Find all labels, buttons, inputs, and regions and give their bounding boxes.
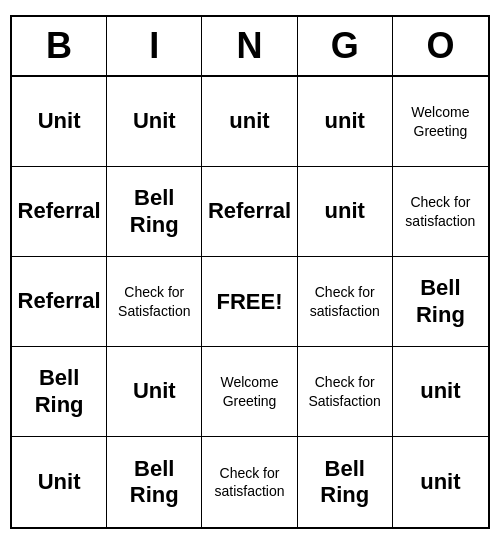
cell-text: Bell Ring <box>111 185 197 238</box>
bingo-cell: Check for satisfaction <box>393 167 488 257</box>
header-letter: O <box>393 17 488 75</box>
cell-text: unit <box>325 108 365 134</box>
cell-text: Unit <box>38 108 81 134</box>
cell-text: FREE! <box>216 289 282 315</box>
cell-text: Bell Ring <box>397 275 484 328</box>
bingo-cell: Check for satisfaction <box>202 437 297 527</box>
cell-text: Referral <box>208 198 291 224</box>
cell-text: Unit <box>133 378 176 404</box>
cell-text: Bell Ring <box>111 456 197 509</box>
bingo-cell: Bell Ring <box>12 347 107 437</box>
bingo-cell: unit <box>298 77 393 167</box>
cell-text: unit <box>229 108 269 134</box>
cell-text: unit <box>325 198 365 224</box>
cell-text: Referral <box>18 198 101 224</box>
bingo-cell: unit <box>393 437 488 527</box>
bingo-cell: FREE! <box>202 257 297 347</box>
bingo-cell: Unit <box>107 77 202 167</box>
cell-text: Welcome Greeting <box>397 103 484 139</box>
cell-text: Check for satisfaction <box>302 283 388 319</box>
bingo-cell: Referral <box>202 167 297 257</box>
cell-text: Check for satisfaction <box>206 464 292 500</box>
cell-text: Welcome Greeting <box>206 373 292 409</box>
bingo-cell: Welcome Greeting <box>202 347 297 437</box>
cell-text: unit <box>420 378 460 404</box>
bingo-cell: Check for Satisfaction <box>298 347 393 437</box>
cell-text: Check for Satisfaction <box>111 283 197 319</box>
bingo-cell: unit <box>298 167 393 257</box>
bingo-cell: Unit <box>107 347 202 437</box>
bingo-grid: UnitUnitunitunitWelcome GreetingReferral… <box>12 77 488 527</box>
bingo-card: BINGO UnitUnitunitunitWelcome GreetingRe… <box>10 15 490 529</box>
bingo-cell: Referral <box>12 167 107 257</box>
cell-text: Referral <box>18 288 101 314</box>
bingo-cell: unit <box>202 77 297 167</box>
bingo-cell: Check for Satisfaction <box>107 257 202 347</box>
bingo-cell: Bell Ring <box>393 257 488 347</box>
bingo-cell: Unit <box>12 77 107 167</box>
cell-text: Check for satisfaction <box>397 193 484 229</box>
header-letter: I <box>107 17 202 75</box>
header-letter: N <box>202 17 297 75</box>
cell-text: Unit <box>133 108 176 134</box>
bingo-cell: Welcome Greeting <box>393 77 488 167</box>
bingo-cell: Bell Ring <box>107 437 202 527</box>
cell-text: Bell Ring <box>16 365 102 418</box>
bingo-cell: Referral <box>12 257 107 347</box>
cell-text: Unit <box>38 469 81 495</box>
header-letter: B <box>12 17 107 75</box>
bingo-cell: Unit <box>12 437 107 527</box>
cell-text: unit <box>420 469 460 495</box>
cell-text: Check for Satisfaction <box>302 373 388 409</box>
cell-text: Bell Ring <box>302 456 388 509</box>
header-letter: G <box>298 17 393 75</box>
bingo-cell: Bell Ring <box>298 437 393 527</box>
bingo-cell: Check for satisfaction <box>298 257 393 347</box>
bingo-cell: Bell Ring <box>107 167 202 257</box>
bingo-header: BINGO <box>12 17 488 77</box>
bingo-cell: unit <box>393 347 488 437</box>
